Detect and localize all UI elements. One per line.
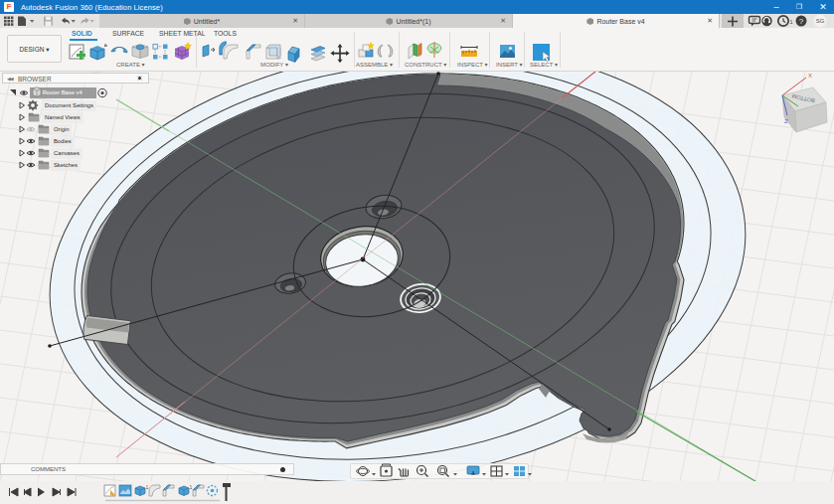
svg-text:X: X [808,73,812,79]
svg-text:Z: Z [784,118,788,124]
